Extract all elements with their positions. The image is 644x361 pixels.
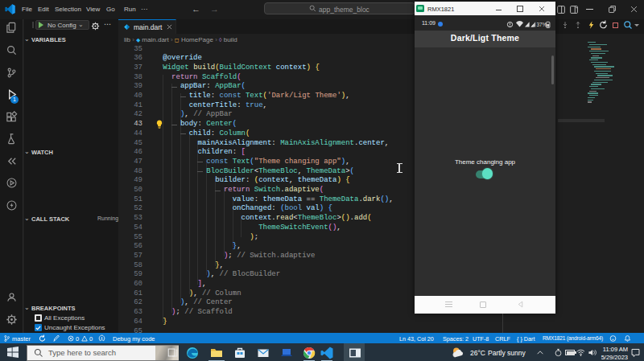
svg-text:37%: 37% bbox=[536, 22, 547, 27]
